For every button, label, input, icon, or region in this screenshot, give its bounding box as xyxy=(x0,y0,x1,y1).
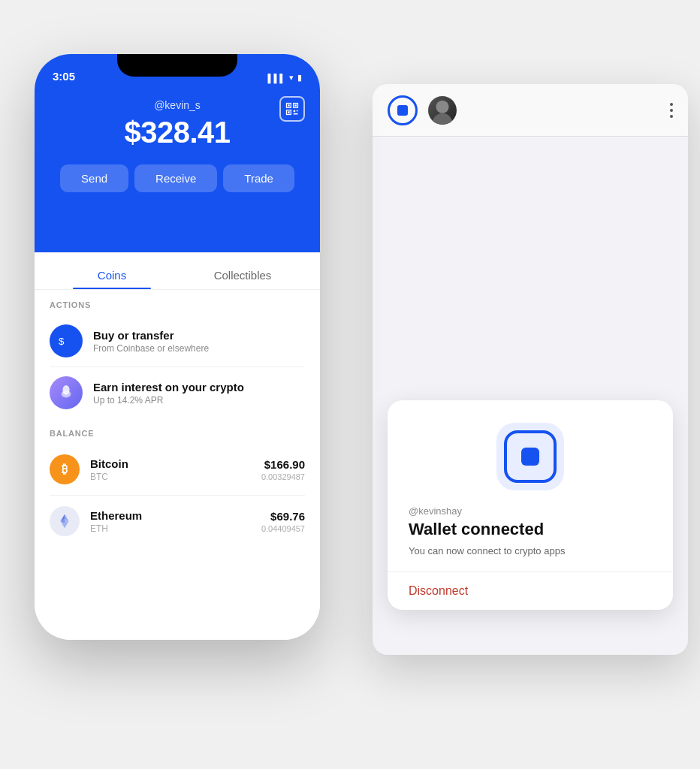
coins-section: Coins Collectibles ACTIONS $ Buy or tran… xyxy=(35,252,320,640)
wallet-connected-title: Wallet connected xyxy=(409,520,652,539)
svg-rect-8 xyxy=(294,113,298,115)
more-options-button[interactable] xyxy=(670,103,673,118)
btc-icon: ₿ xyxy=(50,454,80,484)
btc-name: Bitcoin xyxy=(90,457,251,470)
buy-transfer-title: Buy or transfer xyxy=(93,329,209,342)
svg-rect-3 xyxy=(294,104,297,107)
ethereum-item[interactable]: Ethereum ETH $69.76 0.04409457 xyxy=(35,496,320,547)
svg-rect-6 xyxy=(294,110,296,113)
buy-transfer-item[interactable]: $ Buy or transfer From Coinbase or elsew… xyxy=(35,315,320,366)
wallet-connected-subtitle: You can now connect to crypto apps xyxy=(409,545,652,556)
earn-subtitle: Up to 14.2% APR xyxy=(93,395,244,406)
eth-usd: $69.76 xyxy=(261,510,305,523)
trade-button[interactable]: Trade xyxy=(223,164,294,192)
wallet-logo-square xyxy=(521,448,539,466)
phone-header: @kevin_s $328.41 Send Receive Trade xyxy=(35,87,320,252)
tab-collectibles[interactable]: Collectibles xyxy=(177,258,308,289)
send-button[interactable]: Send xyxy=(60,164,128,192)
actions-section-label: ACTIONS xyxy=(35,290,320,315)
receive-button[interactable]: Receive xyxy=(134,164,217,192)
battery-icon: ▮ xyxy=(297,73,302,83)
earn-title: Earn interest on your crypto xyxy=(93,381,244,394)
svg-point-11 xyxy=(62,391,71,397)
wallet-disconnect-section: Disconnect xyxy=(388,571,673,610)
qr-button[interactable] xyxy=(279,96,305,122)
user-avatar xyxy=(428,96,457,125)
action-buttons-row: Send Receive Trade xyxy=(60,164,294,192)
wallet-connected-card: @kevinshay Wallet connected You can now … xyxy=(388,400,673,610)
btc-usd: $166.90 xyxy=(261,458,305,471)
svg-rect-5 xyxy=(288,111,290,113)
scene: 3:05 ▌▌▌ ▾ ▮ xyxy=(12,24,688,745)
wallet-info: @kevinshay Wallet connected You can now … xyxy=(409,505,652,571)
btc-ticker: BTC xyxy=(90,472,251,482)
svg-rect-7 xyxy=(297,110,298,112)
earn-interest-item[interactable]: Earn interest on your crypto Up to 14.2%… xyxy=(35,367,320,418)
svg-point-19 xyxy=(433,113,453,124)
phone-notch xyxy=(117,54,237,77)
status-icons: ▌▌▌ ▾ ▮ xyxy=(268,73,302,83)
balance-amount: $328.41 xyxy=(124,116,230,149)
tab-coins[interactable]: Coins xyxy=(47,258,177,289)
bitcoin-item[interactable]: ₿ Bitcoin BTC $166.90 0.00329487 xyxy=(35,444,320,495)
username-label: @kevin_s xyxy=(154,99,201,111)
earn-icon xyxy=(50,376,83,409)
svg-point-18 xyxy=(436,100,448,113)
browser-header xyxy=(373,84,688,137)
svg-rect-1 xyxy=(288,104,290,107)
avatar-face xyxy=(428,96,457,125)
eth-amount: 0.04409457 xyxy=(261,524,305,533)
signal-icon: ▌▌▌ xyxy=(268,74,285,83)
disconnect-button[interactable]: Disconnect xyxy=(409,584,468,598)
tabs-row: Coins Collectibles xyxy=(35,258,320,290)
coinbase-icon xyxy=(388,95,418,125)
buy-transfer-subtitle: From Coinbase or elsewhere xyxy=(93,343,209,354)
wallet-logo xyxy=(496,423,564,490)
phone-device: 3:05 ▌▌▌ ▾ ▮ xyxy=(35,54,320,640)
eth-name: Ethereum xyxy=(90,509,251,522)
wifi-icon: ▾ xyxy=(289,73,294,83)
wallet-card-body: @kevinshay Wallet connected You can now … xyxy=(388,400,673,571)
svg-text:$: $ xyxy=(59,336,65,347)
balance-section-label: BALANCE xyxy=(35,418,320,444)
wallet-username: @kevinshay xyxy=(409,505,652,517)
btc-amount: 0.00329487 xyxy=(261,472,305,481)
eth-ticker: ETH xyxy=(90,523,251,534)
coinbase-icon-square xyxy=(397,105,408,116)
browser-panel: @kevinshay Wallet connected You can now … xyxy=(373,84,688,655)
wallet-logo-inner xyxy=(504,430,557,483)
eth-icon xyxy=(50,506,80,536)
status-time: 3:05 xyxy=(53,70,75,83)
buy-transfer-icon: $ xyxy=(50,324,83,357)
